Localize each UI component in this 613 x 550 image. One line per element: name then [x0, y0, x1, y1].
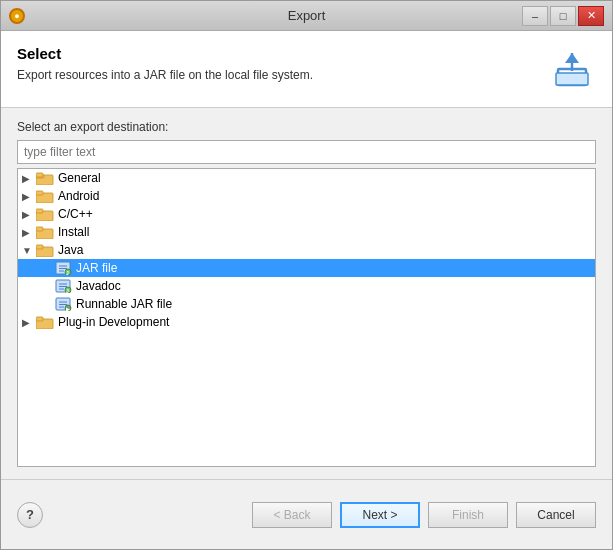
- export-dialog: ● Export – □ ✕ Select Export resources i…: [0, 0, 613, 550]
- tree-arrow-cpp: ▶: [22, 209, 36, 220]
- dialog-footer: ? < Back Next > Finish Cancel: [1, 479, 612, 549]
- svg-rect-12: [36, 227, 43, 231]
- svg-rect-1: [556, 73, 588, 85]
- back-button[interactable]: < Back: [252, 502, 332, 528]
- runnable-jar-icon: ▶: [54, 297, 72, 311]
- tree-label-general: General: [58, 171, 101, 185]
- tree-item-android[interactable]: ▶ Android: [18, 187, 595, 205]
- dialog-header: Select Export resources into a JAR file …: [1, 31, 612, 108]
- title-bar-left: ●: [9, 8, 25, 24]
- tree-label-install: Install: [58, 225, 89, 239]
- window-title: Export: [288, 8, 326, 23]
- export-icon-svg: [552, 49, 592, 89]
- tree-item-cpp[interactable]: ▶ C/C++: [18, 205, 595, 223]
- tree-arrow-java: ▼: [22, 245, 36, 256]
- help-button[interactable]: ?: [17, 502, 43, 528]
- folder-icon-java: [36, 243, 54, 257]
- folder-icon-general: [36, 171, 54, 185]
- svg-rect-10: [36, 209, 43, 213]
- tree-label-runnable-jar: Runnable JAR file: [76, 297, 172, 311]
- svg-rect-8: [36, 191, 43, 195]
- cancel-button[interactable]: Cancel: [516, 502, 596, 528]
- header-icon: [548, 45, 596, 93]
- tree-item-runnable-jar[interactable]: ▶ ▶ Runnable JAR file: [18, 295, 595, 313]
- header-text-area: Select Export resources into a JAR file …: [17, 45, 538, 82]
- tree-item-javadoc[interactable]: ▶ J Javadoc: [18, 277, 595, 295]
- tree-label-plugin-dev: Plug-in Development: [58, 315, 169, 329]
- tree-item-plugin-dev[interactable]: ▶ Plug-in Development: [18, 313, 595, 331]
- tree-arrow-plugin: ▶: [22, 317, 36, 328]
- tree-label-java: Java: [58, 243, 83, 257]
- tree-item-install[interactable]: ▶ Install: [18, 223, 595, 241]
- next-button[interactable]: Next >: [340, 502, 420, 528]
- window-controls: – □ ✕: [522, 6, 604, 26]
- folder-icon-install: [36, 225, 54, 239]
- svg-rect-14: [36, 245, 43, 249]
- tree-label-javadoc: Javadoc: [76, 279, 121, 293]
- svg-marker-3: [565, 53, 579, 63]
- footer-buttons: < Back Next > Finish Cancel: [252, 502, 596, 528]
- header-title: Select: [17, 45, 538, 62]
- finish-button[interactable]: Finish: [428, 502, 508, 528]
- tree-label-cpp: C/C++: [58, 207, 93, 221]
- app-icon: ●: [9, 8, 25, 24]
- svg-rect-6: [36, 173, 43, 177]
- svg-text:J: J: [66, 288, 69, 294]
- filter-input[interactable]: [17, 140, 596, 164]
- folder-icon-android: [36, 189, 54, 203]
- javadoc-icon: J: [54, 279, 72, 293]
- tree-view[interactable]: ▶ General ▶ Android ▶: [17, 168, 596, 467]
- svg-rect-34: [36, 317, 43, 321]
- footer-left: ?: [17, 502, 43, 528]
- title-bar: ● Export – □ ✕: [1, 1, 612, 31]
- tree-arrow-android: ▶: [22, 191, 36, 202]
- maximize-button[interactable]: □: [550, 6, 576, 26]
- destination-label: Select an export destination:: [17, 120, 596, 134]
- folder-icon-plugin: [36, 315, 54, 329]
- dialog-content: Select an export destination: ▶ General …: [1, 108, 612, 479]
- folder-icon-cpp: [36, 207, 54, 221]
- svg-text:J: J: [66, 270, 69, 276]
- close-button[interactable]: ✕: [578, 6, 604, 26]
- tree-item-jar-file[interactable]: ▶ J JAR file: [18, 259, 595, 277]
- tree-item-java[interactable]: ▼ Java: [18, 241, 595, 259]
- tree-arrow-install: ▶: [22, 227, 36, 238]
- minimize-button[interactable]: –: [522, 6, 548, 26]
- tree-arrow-general: ▶: [22, 173, 36, 184]
- tree-item-general[interactable]: ▶ General: [18, 169, 595, 187]
- tree-label-jar-file: JAR file: [76, 261, 117, 275]
- tree-label-android: Android: [58, 189, 99, 203]
- header-description: Export resources into a JAR file on the …: [17, 68, 538, 82]
- jar-file-icon: J: [54, 261, 72, 275]
